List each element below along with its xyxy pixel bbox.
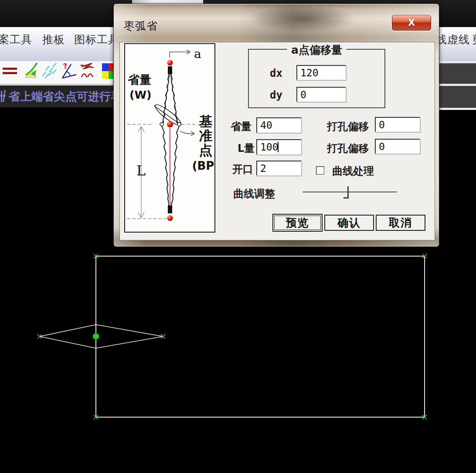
- l-amount-label: L量: [238, 141, 255, 155]
- label-dart-width-unit: (W): [129, 89, 151, 101]
- label-bp-2: 准: [199, 128, 213, 144]
- label-a: a: [194, 47, 201, 61]
- curve-processing-checkbox[interactable]: [316, 166, 324, 175]
- label-bp-suffix: (BP): [192, 159, 214, 172]
- opening-label: 开口: [232, 162, 253, 176]
- punch-offset1-label: 打孔偏移: [327, 120, 369, 134]
- dart-lower-left-edge: [162, 126, 169, 206]
- text-caret: [278, 142, 279, 152]
- dart-dialog: 枣弧省 X a: [113, 3, 439, 247]
- close-x-label: X: [408, 17, 415, 28]
- curve-adjust-slider-thumb[interactable]: [347, 186, 349, 199]
- curve-adjust-label: 曲线调整: [233, 187, 275, 201]
- dart-center-point[interactable]: [93, 333, 99, 339]
- label-dart-width: 省量: [128, 73, 151, 86]
- label-l: L: [136, 162, 146, 179]
- dart-top-point: [167, 60, 173, 66]
- label-bp-1: 基: [199, 113, 213, 129]
- dart-diagram-panel: a: [124, 43, 215, 233]
- punch-offset2-input[interactable]: [375, 139, 420, 154]
- dart-upper-left-edge: [162, 74, 169, 124]
- dx-label: dx: [270, 67, 282, 79]
- dart-bottom-point: [167, 216, 173, 221]
- dart-amount-label: 省量: [231, 120, 252, 134]
- dialog-title: 枣弧省: [124, 19, 158, 33]
- dart-diamond: [40, 325, 163, 348]
- base-point: [167, 121, 173, 127]
- l-amount-input[interactable]: [256, 139, 302, 155]
- punch-offset1-input[interactable]: [375, 117, 420, 132]
- cancel-button[interactable]: 取消: [376, 215, 425, 231]
- a-arrow: [170, 52, 190, 58]
- curve-processing-label: 曲线处理: [332, 164, 374, 178]
- dart-amount-input[interactable]: [256, 117, 302, 133]
- preview-button[interactable]: 预览: [272, 214, 323, 232]
- pattern-rectangle: [96, 256, 425, 417]
- curve-adjust-slider-track[interactable]: [303, 192, 397, 192]
- confirm-button[interactable]: 确认: [324, 215, 374, 231]
- opening-input[interactable]: [256, 161, 302, 176]
- dy-label: dy: [270, 89, 282, 101]
- dart-lower-right-edge: [171, 126, 179, 206]
- offset-group-title: a点偏移量: [287, 43, 347, 57]
- dx-input[interactable]: [296, 65, 346, 80]
- close-button[interactable]: X: [392, 15, 431, 31]
- punch-offset2-label: 打孔偏移: [327, 141, 369, 155]
- label-bp-3: 点: [199, 142, 213, 158]
- dialog-body: a: [119, 42, 435, 240]
- dy-input[interactable]: [296, 87, 346, 102]
- dart-upper-right-edge: [171, 74, 179, 124]
